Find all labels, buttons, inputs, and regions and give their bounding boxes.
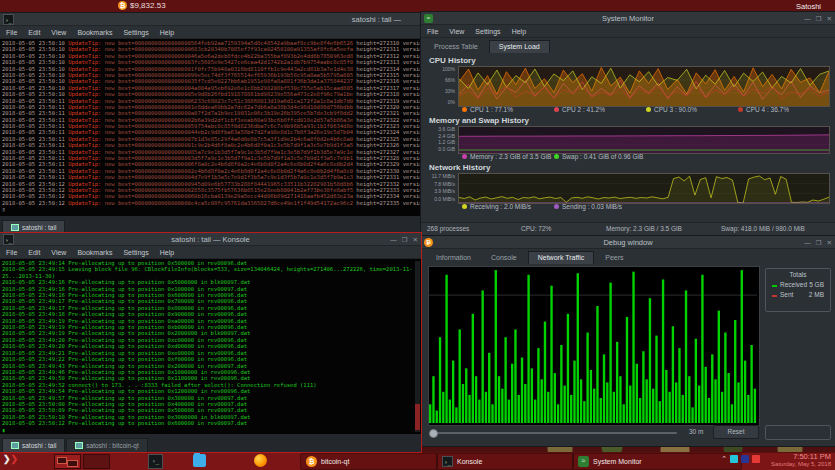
tray-expand-icon[interactable]: ⌃	[721, 455, 727, 463]
app-launcher-icon[interactable]: ❯❯	[3, 454, 18, 464]
legend-label: CPU 4 : 36.7%	[746, 106, 789, 113]
menu-item-settings[interactable]: Settings	[475, 28, 500, 35]
file-manager-icon[interactable]	[193, 454, 206, 467]
scrollbar-handle[interactable]	[415, 404, 420, 430]
menu-item-bookmarks[interactable]: Bookmarks	[77, 29, 112, 36]
window-title: satoshi : tail — Konsole	[0, 235, 421, 244]
titlebar[interactable]: ›_ satoshi : tail — Konsole — ❐ ✕	[0, 233, 421, 246]
menu-item-bookmarks[interactable]: Bookmarks	[77, 249, 112, 256]
user-label: Satoshi	[796, 2, 821, 11]
scrollbar[interactable]	[415, 261, 420, 432]
legend-item: CPU 3 : 90.0%	[646, 106, 738, 113]
menu-item-help[interactable]: Help	[160, 249, 174, 256]
terminal-output[interactable]: 2018-05-05 23:49:14 Pre-allocating up to…	[0, 259, 421, 434]
menu-item-file[interactable]: File	[427, 28, 438, 35]
maximize-button[interactable]: ❐	[816, 15, 822, 23]
terminal-tab[interactable]: satoshi : tail	[2, 220, 65, 234]
menu-item-view[interactable]: View	[51, 249, 66, 256]
desktop-1[interactable]	[54, 454, 81, 469]
konsole-launcher-icon[interactable]: ›_	[148, 454, 163, 469]
konsole-window-bottom: ›_ satoshi : tail — Konsole — ❐ ✕ FileEd…	[0, 233, 421, 452]
legend-dot-icon	[554, 154, 559, 159]
log-line: 2018-05-05 23:50:12 UpdateTip: new best=…	[2, 200, 421, 206]
menu-item-view[interactable]: View	[51, 29, 66, 36]
legend-label: Sending : 0.03 MiB/s	[562, 203, 622, 210]
axis-label: 33%	[425, 88, 455, 94]
minimize-button[interactable]: —	[390, 236, 397, 243]
axis-label: 3.6 GiB	[425, 126, 455, 132]
taskbar-task-system-monitor[interactable]: ≈System Monitor	[572, 453, 742, 470]
tray-icon-2[interactable]	[741, 455, 749, 463]
tab-label: satoshi : tail	[22, 224, 56, 231]
log-line: 2018-05-05 23:49:15 Leaving block file 9…	[2, 266, 413, 279]
close-button[interactable]: ✕	[413, 236, 418, 244]
axis-label: 100%	[425, 66, 455, 72]
debug-tab-strip: InformationConsoleNetwork TrafficPeers	[421, 249, 835, 264]
terminal-output[interactable]: 2018-05-05 23:50:10 UpdateTip: new best=…	[0, 39, 421, 216]
tab-information[interactable]: Information	[427, 252, 480, 264]
system-tray: ⌃	[721, 455, 760, 463]
titlebar[interactable]: ›_ satoshi : tail —	[0, 13, 421, 26]
axis-label: 11.7 MiB/s	[425, 173, 455, 179]
close-button[interactable]: ✕	[827, 15, 832, 23]
tab-process-table[interactable]: Process Table	[425, 41, 487, 53]
maximize-button[interactable]: ❐	[402, 236, 408, 244]
legend-item: Swap : 0.41 GiB of 0.96 GiB	[554, 153, 646, 160]
legend-item: Receiving : 2.0 MiB/s	[462, 203, 554, 210]
firefox-icon[interactable]	[254, 454, 267, 467]
menu-item-help[interactable]: Help	[160, 29, 174, 36]
konsole-icon: ›_	[3, 14, 14, 25]
axis-label: 2.4 GiB	[425, 133, 455, 139]
memory-status: Memory: 2.3 GiB / 3.5 GiB	[606, 225, 682, 232]
bitcoin-price-ticker[interactable]: ₿ $9,832.53	[118, 1, 166, 10]
menu-item-edit[interactable]: Edit	[28, 29, 40, 36]
process-count: 268 processes	[427, 225, 469, 232]
tray-icon-3[interactable]	[752, 455, 760, 463]
legend-item: Sending : 0.03 MiB/s	[554, 203, 646, 210]
desktop-2[interactable]	[83, 454, 110, 469]
tray-icon-1[interactable]	[730, 455, 738, 463]
legend-item: CPU 4 : 36.7%	[738, 106, 830, 113]
menu-item-help[interactable]: Help	[512, 28, 526, 35]
maximize-button[interactable]: ❐	[816, 239, 822, 247]
tab-peers[interactable]: Peers	[596, 252, 632, 264]
legend-item: Memory : 2.3 GiB of 3.5 GiB	[462, 153, 554, 160]
window-title: System Monitor	[421, 14, 835, 23]
titlebar[interactable]: ₿ Debug window — ❐ ✕	[421, 236, 835, 249]
close-button[interactable]: ✕	[827, 239, 832, 247]
menubar: FileEditViewBookmarksSettingsHelp	[0, 26, 421, 39]
taskbar-task-bitcoin-qt[interactable]: ₿bitcoin-qt	[300, 453, 438, 470]
bitcoin-debug-window: ₿ Debug window — ❐ ✕ InformationConsoleN…	[421, 236, 835, 446]
totals-label: Received	[772, 281, 807, 288]
system-monitor-window: ≈ System Monitor — ❐ ✕ FileViewSettingsH…	[421, 12, 835, 236]
tab-console[interactable]: Console	[482, 252, 526, 264]
terminal-tab-satoshi-bitcoin-qt[interactable]: satoshi : bitcoin-qt	[66, 438, 147, 452]
totals-row: Received5 GB	[766, 278, 830, 288]
minimize-button[interactable]: —	[804, 239, 811, 246]
menu-item-settings[interactable]: Settings	[123, 29, 148, 36]
menu-item-edit[interactable]: Edit	[28, 249, 40, 256]
menu-item-settings[interactable]: Settings	[123, 249, 148, 256]
axis-label: 66%	[425, 77, 455, 83]
minimize-button[interactable]: —	[804, 15, 811, 22]
system-monitor-icon: ≈	[424, 14, 433, 23]
menu-item-file[interactable]: File	[6, 249, 17, 256]
tab-network-traffic[interactable]: Network Traffic	[528, 251, 595, 264]
menubar: FileEditViewBookmarksSettingsHelp	[0, 246, 421, 259]
tab-system-load[interactable]: System Load	[489, 40, 550, 53]
clock[interactable]: 7:50:11 PM Saturday, May 5, 2018	[771, 453, 831, 468]
timespan-slider-handle[interactable]	[429, 429, 438, 438]
timespan-slider-track[interactable]	[431, 432, 677, 434]
menu-item-view[interactable]: View	[449, 28, 464, 35]
titlebar[interactable]: ≈ System Monitor — ❐ ✕	[421, 12, 835, 25]
tab-icon	[75, 442, 83, 449]
sysmon-icon: ≈	[578, 456, 589, 467]
menu-item-file[interactable]: File	[6, 29, 17, 36]
virtual-desktop-pager[interactable]	[54, 454, 110, 469]
taskbar-task-konsole[interactable]: ›_Konsole	[436, 453, 574, 470]
terminal-tab-satoshi-tail[interactable]: satoshi : tail	[2, 438, 65, 452]
window-title: satoshi : tail —	[352, 15, 401, 24]
terminal-cursor: ▯	[2, 206, 421, 212]
reset-button[interactable]: Reset	[713, 425, 759, 439]
legend-dot-icon	[738, 107, 743, 112]
